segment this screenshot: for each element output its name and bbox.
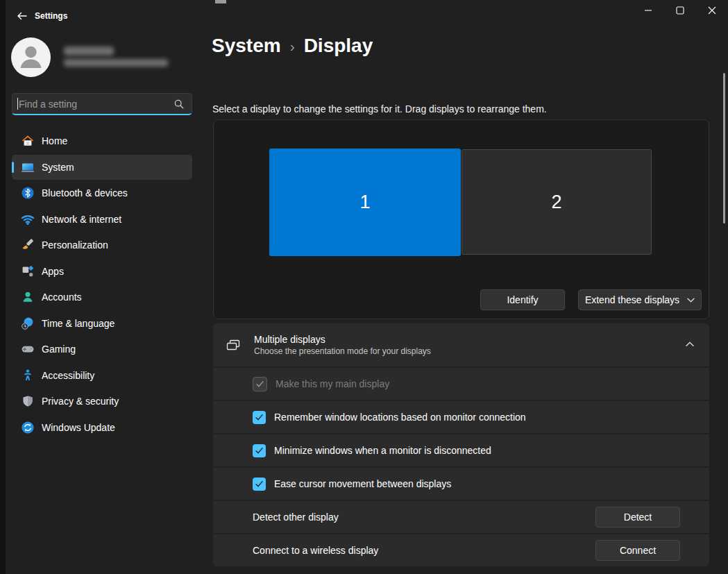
multiple-displays-header[interactable]: Multiple displays Choose the presentatio… — [213, 323, 709, 366]
sidebar-item-label: Accessibility — [42, 370, 94, 381]
sidebar-item-personalization[interactable]: Personalization — [12, 233, 192, 258]
personalization-icon — [21, 238, 35, 252]
monitor-1[interactable]: 1 — [269, 149, 461, 256]
user-email-redacted — [64, 59, 168, 67]
sidebar-item-label: Privacy & security — [42, 396, 119, 407]
search-box — [12, 93, 192, 115]
action-row-detect: Detect other display Detect — [213, 501, 709, 533]
option-row-main-display: Make this my main display — [213, 368, 709, 400]
action-row-connect: Connect to a wireless display Connect — [213, 534, 709, 566]
user-name-redacted — [64, 47, 114, 56]
close-icon — [708, 6, 716, 15]
sidebar-item-apps[interactable]: Apps — [12, 259, 192, 284]
sidebar-item-accounts[interactable]: Accounts — [12, 285, 192, 310]
sidebar-item-home[interactable]: Home — [12, 128, 192, 153]
display-arrangement-panel: 1 2 Identify Extend these displays — [213, 119, 709, 319]
breadcrumb-parent[interactable]: System — [212, 35, 281, 57]
apps-icon — [21, 264, 35, 278]
network-icon — [21, 212, 35, 226]
detect-button[interactable]: Detect — [595, 507, 680, 527]
back-button[interactable] — [10, 7, 33, 25]
section-subtitle: Choose the presentation mode for your di… — [254, 346, 431, 356]
accessibility-icon — [21, 369, 35, 382]
scrollbar-thumb[interactable] — [723, 73, 725, 223]
sidebar-item-label: Windows Update — [42, 422, 115, 433]
sidebar-nav: Home System Bluetooth & devices Network … — [12, 128, 192, 440]
sidebar-item-bluetooth-devices[interactable]: Bluetooth & devices — [12, 180, 192, 205]
sidebar-item-gaming[interactable]: Gaming — [12, 337, 192, 362]
back-arrow-icon — [16, 10, 27, 22]
chevron-up-icon[interactable] — [686, 341, 694, 347]
sidebar-item-label: Bluetooth & devices — [42, 187, 128, 199]
option-row-ease-cursor: Ease cursor movement between displays — [213, 468, 709, 500]
windows-update-icon — [21, 421, 35, 434]
sidebar-item-label: Time & language — [42, 318, 115, 329]
sidebar-item-label: Apps — [42, 266, 64, 277]
monitor-1-number: 1 — [359, 192, 370, 213]
privacy-security-icon — [21, 394, 35, 408]
maximize-button[interactable] — [664, 0, 696, 21]
section-title: Multiple displays — [254, 334, 431, 345]
breadcrumb: System › Display — [212, 35, 373, 57]
monitor-2-number: 2 — [551, 192, 561, 213]
minimize-button[interactable] — [632, 0, 664, 21]
time-language-icon — [21, 316, 35, 330]
sidebar-item-time-language[interactable]: Time & language — [12, 311, 192, 336]
selected-indicator — [12, 162, 14, 173]
app-title: Settings — [35, 11, 67, 21]
search-icon[interactable] — [173, 99, 185, 110]
system-icon — [21, 160, 35, 174]
sidebar-item-accessibility[interactable]: Accessibility — [12, 363, 192, 388]
page-title: Display — [304, 35, 373, 57]
text-caret — [17, 98, 18, 110]
gaming-icon — [21, 342, 35, 356]
extend-displays-dropdown[interactable]: Extend these displays — [578, 289, 702, 310]
checkbox-minimize-windows[interactable] — [253, 444, 266, 457]
close-button[interactable] — [696, 0, 728, 21]
connect-button[interactable]: Connect — [595, 540, 680, 561]
option-row-minimize-windows: Minimize windows when a monitor is disco… — [213, 434, 709, 466]
window-controls — [632, 0, 728, 21]
screen: Settings — [0, 0, 728, 574]
settings-window: Settings — [6, 0, 728, 574]
option-row-remember-locations: Remember window locations based on monit… — [213, 401, 709, 433]
search-input[interactable] — [12, 99, 173, 110]
sidebar-item-privacy-security[interactable]: Privacy & security — [12, 389, 192, 414]
bluetooth-icon — [21, 186, 35, 200]
sidebar-item-label: Network & internet — [42, 214, 121, 225]
identify-button[interactable]: Identify — [480, 289, 565, 310]
sidebar-item-system[interactable]: System — [12, 155, 192, 180]
minimize-icon — [644, 6, 652, 15]
sidebar-item-label: Gaming — [42, 344, 76, 355]
maximize-icon — [676, 6, 684, 15]
user-avatar-icon[interactable] — [11, 37, 51, 77]
sidebar-item-network-internet[interactable]: Network & internet — [12, 207, 192, 232]
breadcrumb-chevron-icon: › — [290, 38, 295, 55]
sidebar-item-label: Home — [42, 135, 67, 146]
home-icon — [21, 134, 35, 148]
sidebar-item-label: System — [42, 162, 74, 173]
background-window-edge — [215, 0, 226, 3]
checkbox-ease-cursor-movement[interactable] — [253, 478, 266, 491]
sidebar-item-windows-update[interactable]: Windows Update — [12, 415, 192, 440]
chevron-down-icon — [687, 298, 695, 303]
checkbox-remember-window-locations[interactable] — [253, 411, 266, 424]
multiple-displays-icon — [225, 338, 242, 352]
sidebar-item-label: Accounts — [42, 292, 82, 303]
accounts-icon — [21, 290, 35, 304]
sidebar-item-label: Personalization — [42, 239, 108, 251]
display-description: Select a display to change the settings … — [212, 103, 547, 115]
monitor-2[interactable]: 2 — [462, 149, 652, 255]
checkbox-make-main-display — [253, 377, 267, 391]
